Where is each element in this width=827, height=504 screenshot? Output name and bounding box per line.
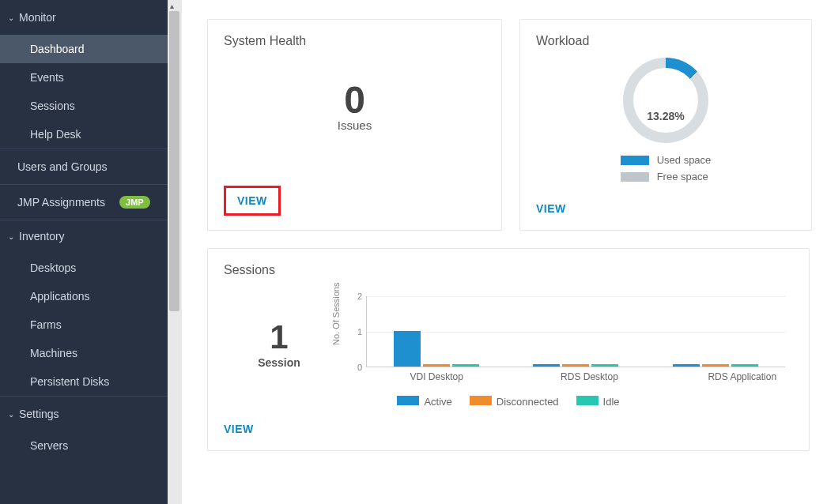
sidebar-section-inventory[interactable]: ⌄ Inventory <box>0 220 168 254</box>
chevron-down-icon: ⌄ <box>8 13 14 22</box>
chart-ytick: 2 <box>357 291 362 301</box>
sidebar-item-persistent-disks[interactable]: Persistent Disks <box>0 367 168 396</box>
workload-pct: 13.28% <box>647 110 684 122</box>
chevron-down-icon: ⌄ <box>8 232 14 241</box>
sidebar-section-label: Inventory <box>19 230 65 243</box>
chart-bar <box>702 364 729 367</box>
sidebar-item-applications[interactable]: Applications <box>0 282 168 310</box>
legend-swatch-used <box>621 156 649 165</box>
chart-category-label: RDS Desktop <box>519 371 659 382</box>
sidebar-item-farms[interactable]: Farms <box>0 310 168 339</box>
content-area: System Health 0 Issues VIEW Workload 13.… <box>182 0 827 504</box>
chevron-down-icon: ⌄ <box>8 410 14 419</box>
sessions-count: 1 <box>224 318 334 356</box>
chart-bar <box>673 364 700 367</box>
legend-swatch-free <box>621 172 649 182</box>
chart-ytick: 1 <box>357 327 362 337</box>
sessions-view-link[interactable]: VIEW <box>224 423 254 435</box>
card-system-health: System Health 0 Issues VIEW <box>207 19 502 231</box>
legend-label: Free space <box>657 171 708 182</box>
sidebar-section-label: Monitor <box>19 11 56 24</box>
chart-bar <box>731 364 758 367</box>
sidebar-section-settings[interactable]: ⌄ Settings <box>0 396 168 431</box>
legend-label: Used space <box>657 154 712 166</box>
chart-bar <box>452 364 479 367</box>
system-health-view-link[interactable]: VIEW <box>224 186 281 216</box>
card-title: Sessions <box>208 249 809 280</box>
sidebar-item-events[interactable]: Events <box>0 63 168 92</box>
chart-bar <box>394 331 421 367</box>
system-health-count: 0 <box>208 78 501 122</box>
sidebar-item-servers[interactable]: Servers <box>0 431 168 460</box>
sidebar-section-label: Settings <box>19 408 59 420</box>
sidebar: ⌄ Monitor Dashboard Events Sessions Help… <box>0 0 168 504</box>
card-title: Workload <box>520 20 811 51</box>
sessions-bar-chart: No. Of Sessions 012 VDI DesktopRDS Deskt… <box>334 288 793 399</box>
sidebar-item-users-groups[interactable]: Users and Groups <box>0 149 168 184</box>
sidebar-item-help-desk[interactable]: Help Desk <box>0 120 168 149</box>
chart-ytick: 0 <box>357 363 362 372</box>
workload-view-link[interactable]: VIEW <box>536 202 566 215</box>
chart-category-label: RDS Application <box>672 371 813 382</box>
card-workload: Workload 13.28% Used space Free space <box>519 19 812 231</box>
scrollbar-thumb[interactable] <box>169 11 179 311</box>
workload-legend: Used space Free space <box>621 154 712 187</box>
workload-donut-chart: 13.28% <box>623 58 708 143</box>
sessions-label: Session <box>224 356 334 369</box>
sidebar-scrollbar[interactable]: ▴ <box>168 0 182 504</box>
sidebar-item-dashboard[interactable]: Dashboard <box>0 35 168 63</box>
sidebar-section-monitor[interactable]: ⌄ Monitor <box>0 0 168 35</box>
scroll-up-icon: ▴ <box>170 2 174 10</box>
sidebar-item-jmp[interactable]: JMP Assignments JMP <box>0 184 168 220</box>
chart-bar <box>562 364 589 367</box>
chart-ylabel: No. Of Sessions <box>331 283 341 345</box>
sidebar-item-machines[interactable]: Machines <box>0 339 168 367</box>
system-health-label: Issues <box>208 118 501 132</box>
jmp-badge: JMP <box>119 196 150 209</box>
card-sessions: Sessions 1 Session No. Of Sessions 012 V… <box>207 248 810 451</box>
sidebar-item-sessions[interactable]: Sessions <box>0 92 168 120</box>
sidebar-item-desktops[interactable]: Desktops <box>0 254 168 282</box>
card-title: System Health <box>208 20 501 51</box>
chart-bar <box>423 364 450 367</box>
chart-bar <box>591 364 618 367</box>
chart-bar <box>533 364 560 367</box>
chart-category-label: VDI Desktop <box>366 371 507 382</box>
